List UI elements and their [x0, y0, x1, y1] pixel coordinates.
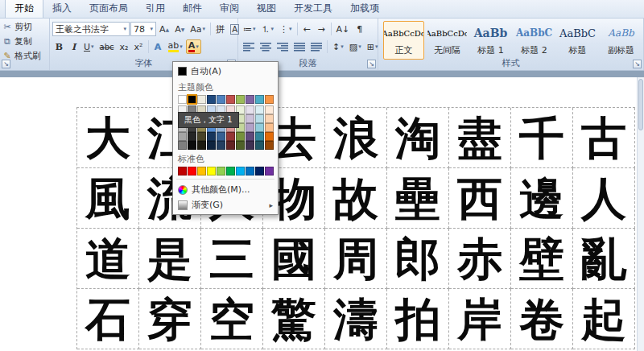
distribute-button[interactable]: [308, 39, 324, 54]
gradient-item[interactable]: 渐变(G) ▸: [175, 197, 276, 213]
color-swatch[interactable]: [265, 141, 274, 150]
color-swatch[interactable]: [265, 105, 274, 114]
color-swatch[interactable]: [255, 95, 264, 104]
tab-review[interactable]: 审阅: [211, 0, 248, 18]
more-colors-item[interactable]: 其他颜色(M)...: [175, 182, 276, 197]
color-swatch[interactable]: [255, 114, 264, 123]
scrollbar-thumb[interactable]: [638, 79, 643, 130]
clipboard-dialog-launcher[interactable]: ↘: [2, 60, 10, 68]
tab-view[interactable]: 视图: [248, 0, 285, 18]
color-swatch[interactable]: [255, 141, 264, 150]
paragraph-dialog-launcher[interactable]: ↘: [367, 60, 376, 68]
color-swatch[interactable]: [236, 141, 245, 150]
tab-references[interactable]: 引用: [137, 0, 174, 18]
color-swatch[interactable]: [265, 123, 274, 132]
color-swatch[interactable]: [197, 167, 206, 176]
color-swatch[interactable]: [226, 95, 235, 104]
align-center-button[interactable]: [258, 39, 274, 54]
change-case-button[interactable]: Aa▾: [188, 22, 208, 36]
document-page[interactable]: 大江東去浪淘盡千古風流人物故壘西邊人道是三國周郎赤壁亂石穿空驚濤拍岸卷起: [0, 77, 644, 351]
highlight-color-button[interactable]: ab▾: [166, 39, 185, 54]
font-size-combo[interactable]: 78 ▾: [130, 22, 156, 36]
automatic-color-item[interactable]: 自动(A): [175, 64, 276, 79]
tab-home[interactable]: 开始: [5, 0, 43, 18]
copy-button[interactable]: ⧉ 复制: [0, 35, 49, 47]
justify-button[interactable]: [291, 39, 308, 54]
color-swatch[interactable]: [178, 167, 187, 176]
decrease-indent-button[interactable]: ←: [300, 22, 314, 36]
color-swatch[interactable]: [207, 141, 216, 150]
color-swatch[interactable]: [265, 132, 274, 141]
color-swatch[interactable]: [246, 141, 254, 150]
style-heading2[interactable]: AaBbC 标题 2: [514, 21, 555, 60]
color-swatch[interactable]: [255, 167, 264, 176]
color-swatch[interactable]: [207, 95, 216, 104]
font-name-combo[interactable]: 王羲之书法字 ▾: [52, 22, 130, 36]
tab-page-layout[interactable]: 页面布局: [80, 0, 137, 18]
shrink-font-button[interactable]: A▼: [172, 22, 187, 36]
italic-button[interactable]: I: [67, 39, 80, 54]
color-swatch[interactable]: [178, 95, 187, 104]
color-swatch[interactable]: [217, 132, 225, 141]
color-swatch[interactable]: [226, 132, 235, 141]
sort-button[interactable]: A↓: [334, 22, 353, 36]
color-swatch[interactable]: [188, 95, 196, 104]
bold-button[interactable]: B: [52, 39, 66, 54]
color-swatch[interactable]: [207, 132, 216, 141]
strikethrough-button[interactable]: abc: [97, 39, 117, 54]
tab-addins[interactable]: 加载项: [341, 0, 388, 18]
color-swatch[interactable]: [188, 141, 196, 150]
color-swatch[interactable]: [178, 141, 187, 150]
color-swatch[interactable]: [255, 132, 264, 141]
style-heading1[interactable]: AaBb 标题 1: [470, 21, 511, 60]
color-swatch[interactable]: [217, 167, 225, 176]
cut-button[interactable]: ✂ 剪切: [0, 20, 49, 33]
styles-dialog-launcher[interactable]: ↘: [633, 60, 642, 68]
grow-font-button[interactable]: A▲: [157, 22, 171, 36]
color-swatch[interactable]: [246, 105, 254, 114]
color-swatch[interactable]: [246, 132, 254, 141]
color-swatch[interactable]: [255, 123, 264, 132]
color-swatch[interactable]: [226, 141, 235, 150]
color-swatch[interactable]: [197, 132, 206, 141]
superscript-button[interactable]: x²: [132, 39, 146, 54]
style-no-spacing[interactable]: AaBbCcDc 无间隔: [427, 21, 468, 60]
tab-mailings[interactable]: 邮件: [174, 0, 211, 18]
align-right-button[interactable]: [275, 39, 291, 54]
color-swatch[interactable]: [265, 95, 274, 104]
style-subtitle[interactable]: AaBb 副标题: [601, 21, 642, 60]
text-effects-button[interactable]: A: [151, 39, 165, 54]
color-swatch[interactable]: [217, 141, 225, 150]
color-swatch[interactable]: [265, 167, 274, 176]
color-swatch[interactable]: [197, 95, 206, 104]
tab-insert[interactable]: 插入: [43, 0, 80, 18]
subscript-button[interactable]: x₂: [118, 39, 131, 54]
style-normal[interactable]: AaBbCcDc 正文: [383, 21, 424, 60]
color-swatch[interactable]: [217, 95, 225, 104]
color-swatch[interactable]: [207, 167, 216, 176]
phonetic-guide-button[interactable]: 拼: [213, 22, 227, 36]
color-swatch[interactable]: [236, 167, 245, 176]
color-swatch[interactable]: [255, 105, 264, 114]
color-swatch[interactable]: [246, 114, 254, 123]
style-title[interactable]: AaBbC 标题: [557, 21, 598, 60]
color-swatch[interactable]: [197, 141, 206, 150]
color-swatch[interactable]: [246, 167, 254, 176]
font-color-button[interactable]: A▾: [186, 39, 201, 54]
line-spacing-button[interactable]: ↕▾: [330, 39, 346, 54]
color-swatch[interactable]: [236, 132, 245, 141]
vertical-scrollbar[interactable]: [637, 77, 644, 351]
color-swatch[interactable]: [178, 132, 187, 141]
underline-button[interactable]: U▾: [81, 39, 97, 54]
color-swatch[interactable]: [188, 132, 196, 141]
increase-indent-button[interactable]: →: [315, 22, 328, 36]
bullets-button[interactable]: ≔▾: [241, 22, 258, 36]
numbering-button[interactable]: ⒈▾: [259, 22, 277, 36]
shading-button[interactable]: ▨▾: [347, 39, 364, 54]
color-swatch[interactable]: [265, 114, 274, 123]
multilevel-list-button[interactable]: ⋮▾: [277, 22, 295, 36]
align-left-button[interactable]: [241, 39, 257, 54]
tab-developer[interactable]: 开发工具: [285, 0, 341, 18]
color-swatch[interactable]: [246, 95, 254, 104]
color-swatch[interactable]: [188, 167, 196, 176]
